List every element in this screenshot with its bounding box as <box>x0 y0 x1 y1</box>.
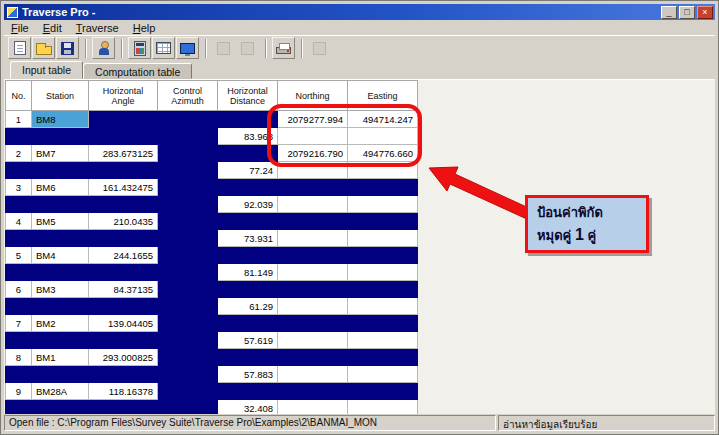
cell-easting[interactable] <box>348 281 418 298</box>
cell-no[interactable] <box>6 264 32 281</box>
cell-azimuth[interactable] <box>158 230 218 247</box>
cell-no[interactable]: 9 <box>6 383 32 400</box>
cell-northing[interactable] <box>278 162 348 179</box>
tab-input-table[interactable]: Input table <box>10 61 83 79</box>
cell-azimuth[interactable] <box>158 298 218 315</box>
cell-station[interactable] <box>32 298 89 315</box>
cell-angle[interactable]: 210.0435 <box>89 213 158 230</box>
cell-angle[interactable]: 84.37135 <box>89 281 158 298</box>
cell-angle[interactable] <box>89 400 158 415</box>
cell-northing[interactable] <box>278 349 348 366</box>
menu-help[interactable]: Help <box>126 22 163 34</box>
cell-distance[interactable] <box>218 111 278 128</box>
cell-no[interactable]: 1 <box>6 111 32 128</box>
cell-angle[interactable] <box>89 332 158 349</box>
cell-station[interactable]: BM6 <box>32 179 89 196</box>
cell-angle[interactable] <box>89 111 158 128</box>
cell-station[interactable] <box>32 400 89 415</box>
cell-station[interactable]: BM2 <box>32 315 89 332</box>
maximize-button[interactable]: □ <box>679 6 695 19</box>
cell-northing[interactable] <box>278 128 348 145</box>
cell-northing[interactable]: 2079277.994 <box>278 111 348 128</box>
menu-file[interactable]: File <box>4 22 36 34</box>
cell-azimuth[interactable] <box>158 332 218 349</box>
cell-station[interactable]: BM28A <box>32 383 89 400</box>
cell-no[interactable]: 8 <box>6 349 32 366</box>
cell-no[interactable] <box>6 400 32 415</box>
cell-azimuth[interactable] <box>158 281 218 298</box>
cell-distance[interactable] <box>218 179 278 196</box>
cell-northing[interactable] <box>278 247 348 264</box>
minimize-button[interactable]: _ <box>661 6 677 19</box>
close-button[interactable]: × <box>697 6 713 19</box>
cell-no[interactable]: 7 <box>6 315 32 332</box>
cell-distance[interactable] <box>218 315 278 332</box>
cell-station[interactable]: BM1 <box>32 349 89 366</box>
cell-distance[interactable] <box>218 349 278 366</box>
cell-northing[interactable] <box>278 196 348 213</box>
cell-easting[interactable] <box>348 230 418 247</box>
cell-station[interactable] <box>32 264 89 281</box>
cell-station[interactable] <box>32 128 89 145</box>
cell-angle[interactable] <box>89 298 158 315</box>
cell-easting[interactable] <box>348 162 418 179</box>
title-bar[interactable]: Traverse Pro - _ □ × <box>4 4 715 20</box>
cell-azimuth[interactable] <box>158 162 218 179</box>
cell-easting[interactable] <box>348 349 418 366</box>
cell-azimuth[interactable] <box>158 366 218 383</box>
cell-northing[interactable] <box>278 179 348 196</box>
cell-distance[interactable] <box>218 383 278 400</box>
cell-distance[interactable]: 92.039 <box>218 196 278 213</box>
new-file-button[interactable] <box>8 37 31 59</box>
cell-distance[interactable] <box>218 247 278 264</box>
cell-azimuth[interactable] <box>158 111 218 128</box>
cell-distance[interactable] <box>218 281 278 298</box>
cell-angle[interactable]: 244.1655 <box>89 247 158 264</box>
cell-station[interactable] <box>32 196 89 213</box>
cell-angle[interactable]: 161.432475 <box>89 179 158 196</box>
cell-no[interactable] <box>6 196 32 213</box>
cell-northing[interactable] <box>278 230 348 247</box>
cell-easting[interactable] <box>348 400 418 415</box>
cell-azimuth[interactable] <box>158 196 218 213</box>
cell-no[interactable]: 6 <box>6 281 32 298</box>
cell-azimuth[interactable] <box>158 128 218 145</box>
cell-angle[interactable] <box>89 128 158 145</box>
cell-station[interactable]: BM3 <box>32 281 89 298</box>
cell-easting[interactable] <box>348 298 418 315</box>
cell-northing[interactable] <box>278 281 348 298</box>
menu-edit[interactable]: Edit <box>36 22 69 34</box>
cell-distance[interactable]: 83.968 <box>218 128 278 145</box>
cell-azimuth[interactable] <box>158 349 218 366</box>
cell-easting[interactable] <box>348 179 418 196</box>
cell-station[interactable]: BM8 <box>32 111 89 128</box>
cell-angle[interactable] <box>89 196 158 213</box>
cell-easting[interactable] <box>348 247 418 264</box>
cell-no[interactable]: 2 <box>6 145 32 162</box>
cell-distance[interactable] <box>218 145 278 162</box>
cell-azimuth[interactable] <box>158 383 218 400</box>
cell-angle[interactable] <box>89 366 158 383</box>
cell-angle[interactable]: 283.673125 <box>89 145 158 162</box>
cell-northing[interactable] <box>278 264 348 281</box>
cell-no[interactable]: 5 <box>6 247 32 264</box>
cell-distance[interactable]: 57.883 <box>218 366 278 383</box>
save-file-button[interactable] <box>56 37 79 59</box>
cell-distance[interactable]: 57.619 <box>218 332 278 349</box>
cell-station[interactable]: BM7 <box>32 145 89 162</box>
cell-azimuth[interactable] <box>158 264 218 281</box>
cell-angle[interactable]: 118.16378 <box>89 383 158 400</box>
cell-distance[interactable]: 32.408 <box>218 400 278 415</box>
cell-easting[interactable]: 494714.247 <box>348 111 418 128</box>
cell-station[interactable] <box>32 230 89 247</box>
cell-northing[interactable] <box>278 213 348 230</box>
cell-no[interactable] <box>6 332 32 349</box>
print-button[interactable] <box>272 37 295 59</box>
cell-distance[interactable]: 81.149 <box>218 264 278 281</box>
cell-azimuth[interactable] <box>158 145 218 162</box>
edit-points-button[interactable] <box>92 37 115 59</box>
cell-angle[interactable]: 293.000825 <box>89 349 158 366</box>
data-table-button[interactable] <box>152 37 175 59</box>
cell-azimuth[interactable] <box>158 315 218 332</box>
cell-station[interactable] <box>32 366 89 383</box>
